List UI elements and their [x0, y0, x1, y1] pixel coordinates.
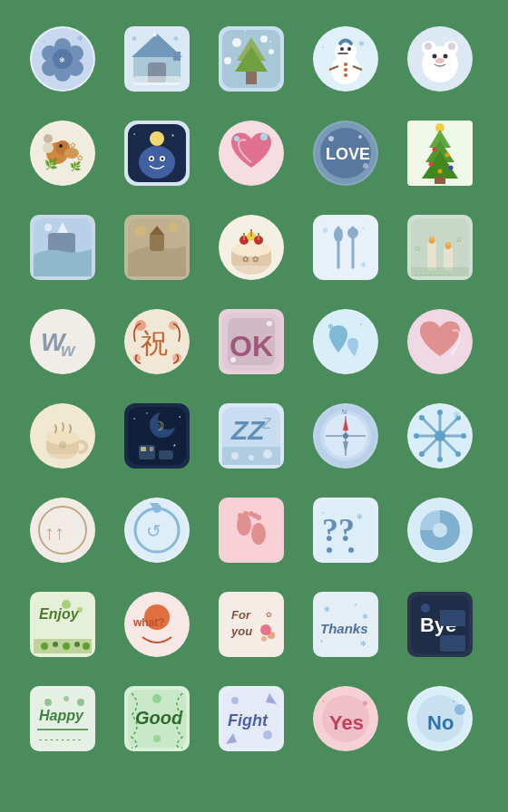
sticker-winter-house[interactable]: ★ ✻ ✻	[116, 18, 198, 100]
svg-text:*: *	[171, 132, 174, 140]
sticker-what[interactable]: what?	[116, 584, 198, 665]
sticker-landscape2[interactable]	[116, 207, 198, 288]
svg-text:Good: Good	[135, 708, 183, 728]
svg-point-61	[44, 134, 53, 143]
sticker-blue-shape[interactable]	[399, 489, 481, 571]
sticker-polar-bear[interactable]	[399, 18, 481, 100]
sticker-coffee-cup[interactable]	[22, 395, 103, 477]
svg-point-233	[77, 607, 83, 613]
svg-point-241	[268, 632, 275, 639]
sticker-ww-text[interactable]: W w	[22, 301, 103, 382]
svg-text:★: ★	[151, 31, 158, 39]
svg-text:✻: ✻	[362, 613, 368, 621]
svg-point-174	[231, 452, 239, 459]
sticker-circle-arrow[interactable]: ↺	[116, 489, 198, 571]
svg-text:↺: ↺	[146, 521, 161, 541]
sticker-arrows-up[interactable]: ↑↑	[22, 489, 103, 571]
sticker-good[interactable]: Good	[116, 678, 198, 759]
sticker-night-bird[interactable]: * *	[116, 112, 198, 194]
sticker-bye[interactable]: Bye	[399, 584, 481, 665]
svg-text:✿: ✿	[70, 141, 76, 150]
svg-rect-254	[440, 635, 465, 652]
svg-text:✿: ✿	[266, 611, 272, 619]
svg-point-231	[83, 643, 90, 650]
sticker-enjoy[interactable]: Enjoy	[22, 584, 103, 665]
svg-point-199	[419, 451, 425, 457]
sticker-cutlery[interactable]: ✻ ✻ *	[305, 207, 386, 288]
svg-point-223	[433, 523, 447, 537]
svg-text:✻: ✻	[77, 34, 83, 43]
svg-text:↑↑: ↑↑	[44, 521, 64, 544]
sticker-happy[interactable]: Happy - - - - - - - -	[22, 678, 103, 759]
svg-text:✿ ✿: ✿ ✿	[242, 255, 259, 264]
svg-text:✻: ✻	[324, 605, 330, 614]
sticker-footprints[interactable]	[210, 489, 292, 571]
svg-point-37	[344, 68, 347, 72]
svg-point-48	[433, 54, 437, 59]
svg-text:✿: ✿	[77, 154, 83, 162]
sticker-compass[interactable]: N	[305, 395, 386, 477]
svg-text:Happy: Happy	[39, 708, 84, 723]
svg-text:ZZ: ZZ	[230, 415, 266, 445]
svg-point-147	[267, 321, 272, 326]
sticker-cake[interactable]: ✿ ✿	[210, 207, 292, 288]
sticker-heart-love[interactable]	[210, 112, 292, 194]
svg-point-103	[135, 226, 146, 237]
sticker-ok-badge[interactable]: OK	[210, 301, 292, 382]
svg-text:Yes: Yes	[329, 711, 364, 734]
svg-rect-165	[150, 447, 153, 451]
svg-point-219	[348, 547, 354, 553]
svg-point-227	[41, 643, 48, 650]
svg-point-104	[169, 223, 178, 232]
svg-point-263	[77, 699, 84, 706]
svg-text:w: w	[61, 340, 76, 360]
sticker-yes[interactable]: Yes ✻ *	[305, 678, 386, 759]
sticker-thanks[interactable]: Thanks ✻ * ✻ * ✻	[305, 584, 386, 665]
sticker-bird-flowers[interactable]: 🌿 🌿 ✿ ✿	[22, 112, 103, 194]
sticker-for-you[interactable]: For you ✿	[210, 584, 292, 665]
sticker-water-drops[interactable]: ✻ *	[305, 301, 386, 382]
sticker-love-badge[interactable]: LOVE	[305, 112, 386, 194]
sticker-candles[interactable]: ✿ ✿ ~ ~ ~ ~ ~ ~ ~ ~	[399, 207, 481, 288]
sticker-zz-sleep[interactable]: ZZ Z	[210, 395, 292, 477]
svg-text:Fight: Fight	[228, 711, 269, 730]
sticker-question-marks[interactable]: ?? ✻ *	[305, 489, 386, 571]
svg-text:祝: 祝	[141, 328, 168, 358]
svg-point-215	[256, 515, 261, 520]
svg-text:✿: ✿	[456, 236, 463, 244]
sticker-no[interactable]: No *	[399, 678, 481, 759]
svg-text:what?: what?	[132, 616, 165, 629]
svg-text:you: you	[230, 624, 252, 638]
svg-point-272	[263, 730, 272, 740]
svg-point-273	[231, 697, 239, 704]
svg-point-120	[347, 227, 358, 238]
svg-point-76	[234, 136, 239, 141]
svg-text:✻: ✻	[362, 700, 368, 708]
svg-text:☽: ☽	[153, 419, 165, 433]
svg-point-157	[59, 441, 66, 449]
svg-point-118	[334, 227, 343, 242]
svg-point-51	[425, 43, 432, 50]
sticker-christmas-tree[interactable]	[399, 112, 481, 194]
svg-rect-164	[141, 447, 146, 451]
svg-point-71	[161, 158, 164, 160]
svg-point-99	[44, 224, 52, 231]
svg-point-26	[269, 49, 274, 54]
svg-text:*: *	[355, 603, 357, 609]
svg-text:No: No	[427, 711, 454, 734]
sticker-snowflake[interactable]: ✻	[399, 395, 481, 477]
sticker-celebration[interactable]: 祝	[116, 301, 198, 382]
sticker-heart-pink[interactable]	[399, 301, 481, 382]
sticker-night-scene[interactable]: ☽ * * * *	[116, 395, 198, 477]
sticker-fight[interactable]: Fight	[210, 678, 292, 759]
svg-text:Z: Z	[261, 416, 272, 431]
svg-point-89	[445, 153, 450, 158]
svg-rect-21	[246, 72, 257, 84]
sticker-snowman[interactable]: ✻ *	[305, 18, 386, 100]
sticker-blue-flower[interactable]: ✻ ✻ *	[22, 18, 103, 100]
sticker-landscape1[interactable]	[22, 207, 103, 288]
svg-text:Enjoy: Enjoy	[39, 606, 80, 622]
svg-point-33	[340, 47, 344, 51]
svg-text:N: N	[342, 409, 347, 415]
sticker-snow-tree[interactable]: * *	[210, 18, 292, 100]
